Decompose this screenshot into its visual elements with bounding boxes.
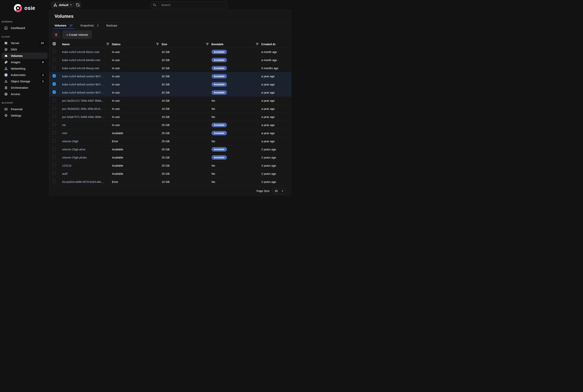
row-checkbox[interactable] — [52, 74, 56, 78]
volume-name-link[interactable]: 91ca2d16-e688-4979-b2e5-d4c… — [62, 180, 112, 184]
sidebar-item-dashboard[interactable]: Dashboard — [2, 25, 48, 31]
sidebar-item-images[interactable]: Images6 — [2, 59, 48, 65]
filter-icon[interactable] — [156, 43, 159, 46]
volume-name-link[interactable]: volume-25gb-alma — [62, 148, 112, 151]
volume-name-link[interactable]: 123123 — [62, 164, 112, 167]
volume-name-link[interactable]: kube-nu5vf-z4cm9-d4m8s-root — [62, 58, 112, 62]
table-footer: Page Size: 25 — [49, 186, 292, 196]
row-checkbox[interactable] — [52, 156, 56, 159]
refresh-button[interactable] — [74, 1, 82, 8]
row-checkbox[interactable] — [52, 123, 56, 126]
row-checkbox[interactable] — [52, 164, 56, 167]
volume-name-link[interactable]: pvc-6a20c212-769a-4dd7-9b6d… — [62, 99, 112, 102]
sidebar-item-label: DNS — [11, 48, 17, 51]
sidebar-item-orchestration[interactable]: Orchestration — [2, 84, 48, 91]
row-checkbox-cell — [49, 66, 62, 70]
row-checkbox-cell — [49, 123, 62, 127]
status-cell: In-use — [112, 67, 162, 70]
bootable-cell: No — [212, 180, 261, 184]
volume-name-link[interactable]: kube-nu5vf-default-worker-lbh7… — [62, 75, 112, 78]
refresh-icon — [76, 3, 80, 7]
sidebar-item-access[interactable]: Access — [2, 91, 48, 97]
sidebar-item-financial[interactable]: Financial — [2, 106, 48, 112]
row-checkbox[interactable] — [52, 90, 56, 94]
sidebar-item-server[interactable]: Server14 — [2, 40, 48, 46]
created-at-cell: 2 years ago — [261, 164, 292, 167]
volume-name-link[interactable]: asdf — [62, 172, 112, 175]
size-cell: 32 GB — [162, 83, 212, 86]
volume-name-link[interactable]: kube-nu5vf-z4cm9-5bsnz-root — [62, 50, 112, 54]
row-checkbox[interactable] — [52, 139, 56, 142]
bootable-cell: bootable — [212, 90, 261, 95]
row-checkbox[interactable] — [52, 180, 56, 183]
row-checkbox[interactable] — [52, 98, 56, 102]
layers-icon — [4, 86, 8, 90]
sidebar-item-volumes[interactable]: Volumes — [2, 52, 48, 59]
sidebar-item-object-storage[interactable]: Object Storage1 — [2, 78, 48, 84]
row-checkbox[interactable] — [52, 66, 56, 70]
size-cell: 32 GB — [162, 50, 212, 54]
tab-volumes[interactable]: Volumes17 — [54, 24, 72, 28]
volume-name-link[interactable]: mii — [62, 124, 112, 126]
volume-name-link[interactable]: kube-nu5vf-default-worker-lbh7… — [62, 91, 112, 94]
table-row: miniAvailable25 GBbootablea year ago — [49, 129, 292, 137]
filter-icon[interactable] — [256, 43, 259, 46]
select-all-cell — [49, 42, 62, 46]
sidebar: osie GENERALDashboardCLOUDServer14DNSVol… — [0, 0, 49, 196]
row-checkbox[interactable] — [52, 107, 56, 110]
row-checkbox-cell — [49, 58, 62, 62]
created-at-cell: 2 years ago — [261, 172, 292, 175]
column-header-bootable: Bootable — [212, 40, 261, 48]
filter-icon[interactable] — [106, 43, 109, 46]
created-at-cell: a year ago — [261, 124, 292, 126]
row-checkbox[interactable] — [52, 131, 56, 134]
row-checkbox[interactable] — [52, 147, 56, 150]
table-row: kube-nu5vf-default-worker-lbh7…In-use32 … — [49, 72, 292, 80]
sidebar-item-label: Object Storage — [11, 80, 30, 83]
tab-snapshots[interactable]: Snapshots2 — [80, 24, 98, 28]
row-checkbox[interactable] — [52, 58, 56, 61]
volume-name-link[interactable]: pvc-5b3eb261-456c-40fa-82c5… — [62, 107, 112, 110]
delete-button[interactable] — [52, 30, 60, 39]
app-logo[interactable]: osie — [0, 0, 49, 12]
count-badge: 6 — [40, 60, 46, 64]
status-cell: Error — [112, 140, 162, 143]
row-checkbox-cell — [49, 82, 62, 86]
create-volume-button[interactable]: + Create Volume — [62, 30, 92, 39]
project-label: default — [59, 3, 68, 6]
size-cell: 25 GB — [162, 124, 212, 126]
column-header-created-at: Created At — [261, 40, 292, 48]
table-row: miiIn-use25 GBbootablea year ago — [49, 121, 292, 129]
row-checkbox-cell — [49, 90, 62, 94]
created-at-cell: a month ago — [261, 58, 292, 62]
sidebar-item-kubernetes[interactable]: ☸Kubernetes1 — [2, 72, 48, 78]
select-all-checkbox[interactable] — [52, 42, 56, 46]
tab-backups[interactable]: Backups — [106, 24, 118, 28]
volume-name-link[interactable]: mini — [62, 132, 112, 135]
filter-icon[interactable] — [206, 43, 209, 46]
row-checkbox[interactable] — [52, 82, 56, 86]
row-checkbox-cell — [49, 180, 62, 184]
volume-name-link[interactable]: volume-25gb-ybubu — [62, 156, 112, 159]
sidebar-section-label: GENERAL — [0, 20, 49, 23]
tab-label: Volumes — [54, 24, 66, 27]
row-checkbox[interactable] — [52, 50, 56, 53]
volume-name-link[interactable]: volume-25gb — [62, 140, 112, 143]
table-row: kube-nu5vf-z4cm9-d4m8s-rootIn-use32 GBbo… — [49, 56, 292, 64]
row-checkbox[interactable] — [52, 172, 56, 175]
project-selector[interactable]: default — [51, 1, 74, 8]
sidebar-item-networking[interactable]: Networking — [2, 65, 48, 72]
volume-name-link[interactable]: pvc-b3ab7571-9488-45be-968e… — [62, 116, 112, 118]
table-row: 123123Available25 GBNo2 years ago — [49, 162, 292, 170]
status-cell: Available — [112, 164, 162, 167]
table-body: kube-nu5vf-z4cm9-5bsnz-rootIn-use32 GBbo… — [49, 48, 292, 186]
volume-name-link[interactable]: kube-nu5vf-default-worker-lbh7… — [62, 83, 112, 86]
sidebar-item-dns[interactable]: DNS — [2, 46, 48, 52]
created-at-cell: a year ago — [261, 140, 292, 143]
sidebar-item-settings[interactable]: ⚙Settings — [2, 112, 48, 119]
search-input[interactable] — [158, 3, 227, 6]
row-checkbox[interactable] — [52, 115, 56, 118]
status-cell: In-use — [112, 83, 162, 86]
volume-name-link[interactable]: kube-nu5vf-z4cm9-t6wxg-root — [62, 67, 112, 70]
page-size-select[interactable]: 25 — [272, 188, 285, 194]
